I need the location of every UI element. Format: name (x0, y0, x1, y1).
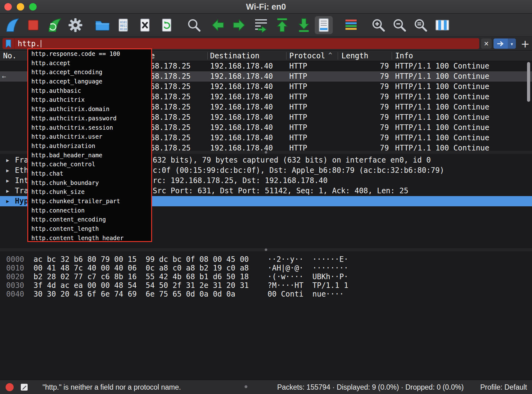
restart-capture-button[interactable] (45, 16, 63, 34)
hex-row[interactable]: 0010 00 41 48 7c 40 00 40 06 0c a8 c0 a8… (0, 264, 532, 272)
packet-length: 79 (339, 143, 389, 151)
autocomplete-item[interactable]: http.response.code == 100 (28, 49, 151, 59)
hex-row[interactable]: 0000 ac bc 32 b6 80 79 00 15 99 dc bc 0f… (0, 255, 532, 264)
close-file-button[interactable] (136, 16, 154, 34)
expand-triangle-icon[interactable] (6, 186, 9, 196)
expand-triangle-icon[interactable] (6, 165, 9, 176)
zoom-in-button[interactable] (369, 16, 387, 34)
filter-history-button[interactable] (508, 38, 516, 49)
packet-info: HTTP/1.1 100 Continue (395, 102, 489, 112)
capture-comment-icon[interactable] (20, 383, 29, 392)
restart-fin-icon (47, 17, 62, 33)
save-file-button[interactable]: 0101 0011 0110 (114, 16, 132, 34)
pane-splitter[interactable] (0, 248, 532, 251)
hex-row[interactable]: 0040 30 30 20 43 6f 6e 74 69 6e 75 65 0d… (0, 290, 532, 298)
expert-info-icon[interactable] (6, 383, 14, 391)
capture-options-button[interactable] (66, 16, 84, 34)
autocomplete-item[interactable]: http.accept (28, 59, 151, 68)
stop-capture-button[interactable] (24, 16, 42, 34)
apply-arrow-icon (497, 41, 505, 47)
column-destination[interactable]: Destination (210, 51, 259, 61)
packet-info: HTTP/1.1 100 Continue (395, 123, 489, 133)
packet-info: HTTP/1.1 100 Continue (395, 71, 489, 82)
detail-text: Src Port: 631, Dst Port: 51142, Seq: 1, … (153, 186, 408, 196)
column-info[interactable]: Info (395, 51, 413, 61)
reload-file-button[interactable] (158, 16, 176, 34)
expand-triangle-icon[interactable] (6, 196, 9, 206)
autocomplete-item[interactable]: http.authbasic (28, 86, 151, 96)
column-no[interactable]: No. (3, 51, 16, 61)
expand-triangle-icon[interactable] (6, 176, 9, 186)
next-packet-button[interactable] (230, 16, 248, 34)
apply-filter-button[interactable] (494, 38, 508, 49)
hex-row[interactable]: 0020 b2 28 02 77 c7 c6 8b 16 55 42 4b 68… (0, 272, 532, 281)
profile-label[interactable]: Profile: Default (480, 383, 527, 392)
sort-indicator-icon: ^ (328, 50, 332, 60)
autocomplete-item[interactable]: http.accept_language (28, 77, 151, 86)
zoom-normal-button[interactable] (412, 16, 430, 34)
find-packet-button[interactable] (185, 16, 203, 34)
zoom-out-button[interactable] (390, 16, 408, 34)
column-separator[interactable] (207, 52, 208, 60)
autocomplete-item[interactable]: http.content_encoding (28, 215, 151, 224)
autocomplete-item[interactable]: http.content_length (28, 224, 151, 234)
autocomplete-item[interactable]: http.bad_header_name (28, 151, 151, 160)
detail-label: Hyp (15, 196, 28, 206)
autocomplete-item[interactable]: http.chunked_trailer_part (28, 197, 151, 206)
first-packet-button[interactable] (273, 16, 291, 34)
hex-offset: 0000 (6, 255, 24, 264)
column-length[interactable]: Length (341, 51, 368, 61)
packet-list-scrollbar[interactable] (527, 62, 530, 102)
related-packet-marker: ← (2, 71, 27, 82)
autocomplete-item[interactable]: http.authcitrix.user (28, 132, 151, 141)
filter-autocomplete-popup: http.response.code == 100http.accepthttp… (27, 48, 152, 242)
packet-destination: 192.168.178.40 (210, 133, 273, 143)
detail-label: Tra (15, 186, 28, 196)
resize-columns-button[interactable] (433, 16, 451, 34)
reload-file-icon (160, 17, 174, 33)
autocomplete-item[interactable]: http.authcitrix.domain (28, 105, 151, 114)
packet-protocol: HTTP (289, 82, 307, 92)
column-separator[interactable] (286, 52, 286, 60)
autocomplete-item[interactable]: http.authcitrix.session (28, 123, 151, 132)
open-file-button[interactable] (93, 16, 111, 34)
autocomplete-item[interactable]: http.content_length_header (28, 234, 151, 242)
zoom-in-icon (371, 18, 386, 33)
autocomplete-item[interactable]: http.authcitrix.password (28, 114, 151, 123)
display-filter-input[interactable]: http. (2, 38, 479, 49)
hex-ascii: ·AH|@·@· ········ (268, 264, 348, 272)
clear-filter-button[interactable]: ✕ (481, 38, 492, 49)
packet-info: HTTP/1.1 100 Continue (395, 112, 489, 123)
column-separator[interactable] (392, 52, 392, 60)
last-packet-button[interactable] (295, 16, 313, 34)
bookmark-icon[interactable] (5, 39, 12, 48)
packet-info: HTTP/1.1 100 Continue (395, 143, 489, 151)
packet-length: 79 (339, 71, 389, 82)
packet-destination: 192.168.178.40 (210, 82, 273, 92)
autocomplete-item[interactable]: http.cache_control (28, 160, 151, 169)
packet-info: HTTP/1.1 100 Continue (395, 133, 489, 143)
auto-scroll-button[interactable] (315, 16, 333, 34)
hex-row[interactable]: 0030 3f 4d ac ea 00 00 48 54 54 50 2f 31… (0, 281, 532, 290)
go-to-packet-button[interactable] (252, 16, 270, 34)
packet-length: 79 (339, 92, 389, 102)
autocomplete-item[interactable]: http.chunk_size (28, 187, 151, 197)
autocomplete-item[interactable]: http.authcitrix (28, 95, 151, 105)
column-protocol[interactable]: Protocol (289, 51, 325, 61)
add-filter-button[interactable]: + (520, 38, 531, 50)
autocomplete-item[interactable]: http.accept_encoding (28, 68, 151, 77)
expand-triangle-icon[interactable] (6, 155, 9, 165)
close-file-icon (138, 17, 152, 33)
hex-bytes: 3f 4d ac ea 00 00 48 54 54 50 2f 31 2e 3… (34, 281, 249, 290)
autocomplete-item[interactable]: http.authorization (28, 141, 151, 151)
autocomplete-item[interactable]: http.chat (28, 169, 151, 178)
packet-destination: 192.168.178.40 (210, 112, 273, 123)
hex-ascii: ?M····HT TP/1.1 1 (268, 281, 348, 290)
start-capture-button[interactable] (3, 16, 21, 34)
autocomplete-item[interactable]: http.connection (28, 206, 151, 215)
column-separator[interactable] (338, 52, 338, 60)
previous-packet-button[interactable] (209, 16, 227, 34)
colorize-packets-button[interactable] (342, 16, 360, 34)
detail-label: Int (15, 176, 28, 186)
autocomplete-item[interactable]: http.chunk_boundary (28, 178, 151, 188)
